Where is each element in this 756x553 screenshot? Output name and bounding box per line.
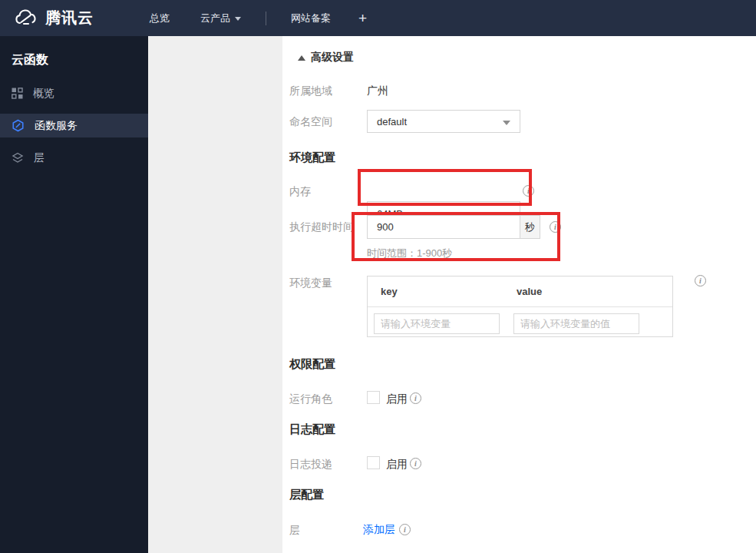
sidebar-title: 云函数 [0, 36, 148, 79]
memory-label: 内存 [289, 185, 311, 197]
add-layer-link[interactable]: 添加层 [363, 523, 395, 537]
nav-item-icp[interactable]: 网站备案 [283, 12, 338, 25]
timeout-input[interactable] [367, 215, 520, 239]
env-key-input[interactable] [374, 313, 500, 334]
log-enable-label[interactable]: 启用 [386, 458, 408, 472]
timeout-info-icon[interactable]: i [550, 221, 561, 233]
sidebar-item-function-service[interactable]: 函数服务 [0, 114, 148, 137]
sidebar-item-label: 函数服务 [35, 119, 78, 133]
layers-icon [12, 152, 24, 164]
env-vars-table: key value [367, 276, 673, 337]
env-key-header: key [368, 286, 517, 297]
log-delivery-label: 日志投递 [289, 458, 332, 470]
chevron-down-icon [503, 121, 510, 125]
grid-icon [12, 88, 23, 99]
chevron-down-icon [235, 17, 241, 21]
content-gutter [148, 36, 282, 553]
role-enable-label[interactable]: 启用 [386, 392, 408, 406]
env-vars-input-row [368, 307, 672, 334]
role-info-icon[interactable]: i [410, 392, 421, 404]
nav-divider [266, 12, 266, 25]
sidebar-item-layers[interactable]: 层 [0, 146, 148, 170]
namespace-label: 命名空间 [289, 115, 332, 127]
region-value: 广州 [367, 84, 388, 97]
log-enable-checkbox[interactable] [367, 456, 380, 469]
memory-info-icon[interactable]: i [523, 185, 534, 197]
section-log-config: 日志配置 [289, 422, 335, 437]
sidebar-item-label: 层 [34, 151, 45, 165]
env-vars-header-row: key value [368, 276, 672, 307]
sidebar: 云函数 概览 [0, 36, 148, 553]
env-vars-info-icon[interactable]: i [695, 275, 706, 286]
memory-highlight-box [358, 169, 532, 206]
advanced-settings-toggle[interactable]: 高级设置 [298, 51, 354, 65]
nav-item-overview[interactable]: 总览 [142, 12, 177, 25]
brand-name: 腾讯云 [45, 8, 94, 28]
sidebar-menu: 概览 函数服务 层 [0, 81, 148, 170]
role-label: 运行角色 [289, 392, 332, 405]
tencent-cloud-logo[interactable]: 腾讯云 [0, 8, 134, 28]
layer-label: 层 [289, 524, 300, 536]
log-info-icon[interactable]: i [410, 458, 421, 469]
namespace-select[interactable]: default [367, 110, 520, 133]
function-hexagon-icon [12, 119, 25, 132]
nav-item-products[interactable]: 云产品 [193, 12, 249, 25]
role-enable-checkbox[interactable] [367, 391, 380, 404]
settings-panel: 高级设置 所属地域 广州 命名空间 default 环境配置 内存 64MB i… [282, 36, 756, 553]
timeout-unit: 秒 [520, 215, 540, 239]
section-layer-config: 层配置 [289, 488, 324, 502]
cloud-logo-icon [14, 9, 38, 28]
page: 腾讯云 总览 云产品 网站备案 + 云函数 [0, 0, 756, 553]
nav-menu: 总览 云产品 网站备案 + [134, 10, 375, 27]
add-tab-button[interactable]: + [351, 10, 375, 27]
section-env-config: 环境配置 [289, 151, 335, 165]
layer-info-icon[interactable]: i [399, 524, 411, 535]
env-vars-label: 环境变量 [289, 276, 332, 289]
sidebar-item-label: 概览 [33, 87, 54, 101]
timeout-range-hint: 时间范围：1-900秒 [367, 247, 452, 260]
region-label: 所属地域 [289, 84, 332, 97]
section-permission-config: 权限配置 [289, 357, 335, 372]
env-value-header: value [517, 286, 542, 297]
top-navbar: 腾讯云 总览 云产品 网站备案 + [0, 0, 756, 36]
timeout-label: 执行超时时间 [289, 220, 354, 233]
env-value-input[interactable] [513, 313, 639, 334]
sidebar-item-overview[interactable]: 概览 [0, 81, 148, 105]
collapse-triangle-icon [298, 55, 305, 61]
